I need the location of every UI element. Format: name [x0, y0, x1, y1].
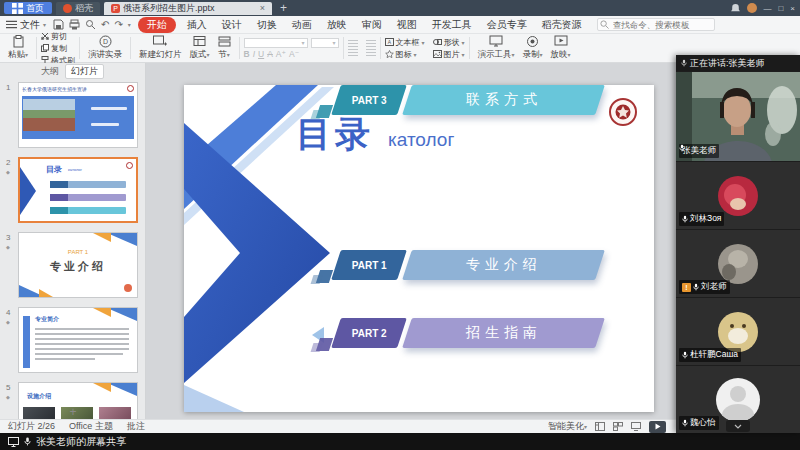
- font-grow-button[interactable]: A⁺: [276, 49, 286, 59]
- play-slideshow-button[interactable]: 放映▾: [547, 35, 575, 61]
- align-right-icon[interactable]: [348, 49, 358, 57]
- command-search: [597, 18, 715, 31]
- add-slide-button[interactable]: +: [0, 406, 146, 418]
- menu-item-docer-resources[interactable]: 稻壳资源: [538, 17, 586, 33]
- quickbar-dropdown-icon[interactable]: ▾: [128, 21, 131, 28]
- insert-group: A 文本框▾ 形状▾ 图标▾ 图片▾: [385, 35, 465, 61]
- tab-document[interactable]: P 俄语系列招生图片.pptx ×: [104, 2, 272, 15]
- beautify-button[interactable]: 智能美化▾: [548, 420, 587, 433]
- toc-item-1[interactable]: PART 1 专业介绍: [336, 250, 600, 280]
- titlebar-right: — □ ×: [730, 3, 796, 14]
- print-icon[interactable]: [69, 19, 80, 30]
- font-group: ▾ ▾ BIUAA⁺A⁻: [244, 35, 339, 61]
- tab-document-label: 俄语系列招生图片.pptx: [123, 2, 215, 15]
- present-tools-button[interactable]: 演示工具▾: [474, 35, 519, 61]
- menu-item-animation[interactable]: 动画: [288, 17, 316, 33]
- save-icon[interactable]: [53, 19, 64, 30]
- preview-icon[interactable]: [85, 19, 96, 30]
- menu-item-insert[interactable]: 插入: [183, 17, 211, 33]
- thumbnail-slide-1[interactable]: 长春大学俄语研究生招生宣讲: [18, 82, 138, 148]
- paste-button[interactable]: 粘贴▾: [4, 35, 32, 61]
- thumbnail-item-1[interactable]: 1 长春大学俄语研究生招生宣讲: [18, 82, 146, 148]
- slide-subtitle: католог: [388, 129, 454, 151]
- present-tools-icon: [489, 35, 503, 48]
- picture-button[interactable]: 图片▾: [433, 49, 465, 60]
- align-left-icon[interactable]: [348, 40, 358, 48]
- collapse-panel-button[interactable]: [726, 420, 750, 432]
- textbox-button[interactable]: A 文本框▾: [385, 37, 425, 48]
- undo-icon[interactable]: ↶: [101, 19, 109, 30]
- font-size-select[interactable]: ▾: [311, 38, 339, 48]
- tab-close-icon[interactable]: ×: [260, 3, 265, 13]
- slide-title: 目录: [296, 111, 374, 158]
- tab-slides[interactable]: 幻灯片: [65, 64, 104, 79]
- svg-text:A: A: [387, 39, 391, 45]
- search-input[interactable]: [597, 18, 715, 31]
- current-slide[interactable]: 目录 католог PART 1 专业介绍 PART 2 招生指南 PART …: [184, 85, 654, 412]
- strike-button[interactable]: A: [267, 49, 273, 59]
- tab-docer[interactable]: 稻壳: [56, 2, 100, 15]
- menu-item-devtools[interactable]: 开发工具: [428, 17, 476, 33]
- screen-record-icon: [526, 35, 539, 48]
- screen-record-button[interactable]: 录制▾: [519, 35, 547, 61]
- align-center-icon[interactable]: [366, 40, 376, 48]
- play-from-current-button[interactable]: [649, 421, 666, 433]
- font-shrink-button[interactable]: A⁻: [289, 49, 299, 59]
- slide-sorter-icon[interactable]: [613, 422, 623, 431]
- menu-item-slideshow[interactable]: 放映: [323, 17, 351, 33]
- minimize-button[interactable]: —: [763, 4, 772, 13]
- shapes-button[interactable]: 形状▾: [433, 37, 465, 48]
- copy-button[interactable]: 复制: [41, 43, 75, 54]
- tab-outline[interactable]: 大纲: [41, 65, 59, 78]
- notes-button[interactable]: 批注: [127, 420, 145, 433]
- textbox-icon: A: [385, 38, 394, 46]
- clipboard-icon: [12, 35, 25, 48]
- maximize-button[interactable]: □: [778, 4, 784, 13]
- participant-tile-3[interactable]: ! 刘老师: [676, 229, 800, 297]
- menu-item-design[interactable]: 设计: [218, 17, 246, 33]
- file-menu[interactable]: 文件▾: [6, 18, 46, 32]
- speaking-now-label: 正在讲话:张美老师: [690, 57, 765, 70]
- lecture-record-button[interactable]: D 演讲实录: [84, 35, 126, 61]
- menu-item-home[interactable]: 开始: [138, 17, 176, 33]
- menu-item-review[interactable]: 审阅: [358, 17, 386, 33]
- bold-button[interactable]: B: [244, 49, 250, 59]
- layout-button[interactable]: 版式▾: [186, 35, 214, 61]
- font-family-select[interactable]: ▾: [244, 38, 308, 48]
- participant-tile-1[interactable]: 张美老师: [676, 71, 800, 161]
- thumbnail-item-3[interactable]: 3 ◆ PART 1 专业介绍: [18, 232, 146, 298]
- cut-button[interactable]: 剪切: [41, 31, 75, 42]
- participant-tile-4[interactable]: 杜轩鹏Саша: [676, 297, 800, 365]
- monitor-share-icon: [8, 437, 19, 447]
- toc-item-3[interactable]: PART 3 联系方式: [336, 85, 600, 115]
- user-avatar[interactable]: [747, 3, 757, 13]
- thumbnail-item-2[interactable]: 2 ◆ 目录 католог: [18, 157, 146, 223]
- participant-tile-2[interactable]: 刘林Зоя: [676, 161, 800, 229]
- close-button[interactable]: ×: [790, 4, 796, 13]
- redo-icon[interactable]: ↷: [114, 19, 122, 30]
- toc-item-2[interactable]: PART 2 招生指南: [336, 318, 600, 348]
- underline-button[interactable]: U: [258, 49, 264, 59]
- reading-view-icon[interactable]: [631, 422, 641, 431]
- italic-button[interactable]: I: [253, 49, 255, 59]
- home-button[interactable]: 首页: [4, 2, 52, 14]
- section-button[interactable]: 节▾: [214, 35, 235, 61]
- bell-icon[interactable]: [730, 3, 741, 14]
- menu-item-member[interactable]: 会员专享: [483, 17, 531, 33]
- align-justify-icon[interactable]: [366, 49, 376, 57]
- normal-view-icon[interactable]: [595, 422, 605, 431]
- menu-item-view[interactable]: 视图: [393, 17, 421, 33]
- slide-thumbnail-panel: 大纲 幻灯片 1 长春大学俄语研究生招生宣讲 2: [0, 63, 146, 419]
- menu-item-transition[interactable]: 切换: [253, 17, 281, 33]
- new-slide-button[interactable]: 新建幻灯片: [135, 35, 186, 61]
- new-tab-button[interactable]: +: [276, 1, 291, 15]
- home-grid-icon: [12, 3, 23, 14]
- thumbnail-item-4[interactable]: 4 ◆ 专业简介: [18, 307, 146, 373]
- thumbnail-slide-4[interactable]: 专业简介: [18, 307, 138, 373]
- thumbnail-slide-2-selected[interactable]: 目录 католог: [18, 157, 138, 223]
- participant-tile-5[interactable]: 魏心怡: [676, 365, 800, 433]
- icon-library-button[interactable]: 图标▾: [385, 49, 425, 60]
- picture-icon: [433, 50, 442, 58]
- theme-name[interactable]: Office 主题: [69, 420, 113, 433]
- thumbnail-slide-3[interactable]: PART 1 专业介绍: [18, 232, 138, 298]
